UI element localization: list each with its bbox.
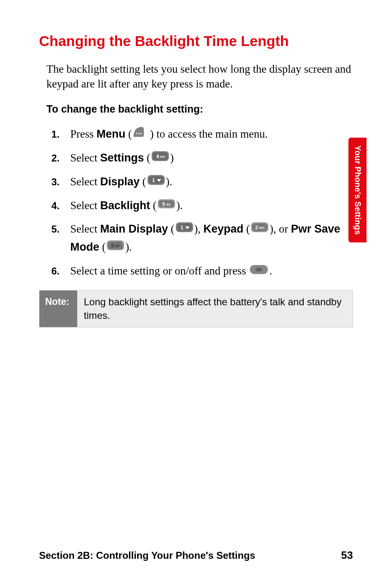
page-footer: Section 2B: Controlling Your Phone's Set…	[39, 549, 353, 562]
backlight-label: Backlight	[100, 199, 150, 212]
settings-label: Settings	[100, 152, 144, 164]
step-6: 6. Select a time setting or on/off and p…	[51, 263, 353, 281]
key-5-icon: 5JKL	[157, 197, 175, 214]
svg-text:3: 3	[111, 243, 114, 249]
key-1-icon: 1	[175, 221, 194, 238]
svg-text:1: 1	[180, 224, 183, 231]
step-body: Select Display (1).	[70, 173, 353, 191]
step-number: 3.	[51, 174, 70, 189]
note-box: Note: Long backlight settings affect the…	[39, 290, 353, 327]
menu-key-icon	[133, 125, 149, 143]
step-number: 2.	[51, 150, 70, 166]
note-text: Long backlight settings affect the batte…	[77, 291, 353, 327]
main-display-label: Main Display	[100, 223, 168, 235]
steps-list: 1. Press Menu () to access the main menu…	[51, 126, 353, 281]
step-3: 3. Select Display (1).	[51, 173, 353, 191]
keypad-label: Keypad	[203, 223, 244, 235]
key-1-icon: 1	[147, 173, 165, 191]
side-tab: Your Phone's Settings	[348, 138, 367, 242]
page: Changing the Backlight Time Length The b…	[0, 0, 392, 588]
step-number: 1.	[51, 127, 70, 142]
svg-point-2	[140, 133, 141, 134]
svg-text:JKL: JKL	[166, 203, 171, 206]
page-heading: Changing the Backlight Time Length	[39, 33, 353, 49]
step-body: Select Backlight (5JKL).	[70, 197, 353, 215]
step-body: Select a time setting or on/off and pres…	[70, 263, 353, 281]
menu-label: Menu	[97, 128, 126, 140]
key-3-icon: 3DEF	[106, 239, 125, 256]
step-number: 4.	[51, 198, 70, 213]
step-5: 5. Select Main Display (1), Keypad (2ABC…	[51, 221, 353, 256]
key-2-icon: 2ABC	[251, 221, 269, 238]
note-label: Note:	[39, 291, 77, 327]
step-2: 2. Select Settings (4GHI)	[51, 150, 353, 168]
page-number: 53	[341, 549, 353, 562]
svg-text:1: 1	[152, 177, 155, 183]
step-body: Select Settings (4GHI)	[70, 150, 353, 168]
svg-text:GHI: GHI	[160, 155, 165, 158]
svg-text:5: 5	[162, 201, 165, 207]
svg-text:4: 4	[156, 153, 159, 159]
step-body: Press Menu () to access the main menu.	[70, 126, 353, 144]
ok-key-icon: OK	[249, 263, 268, 280]
footer-section: Section 2B: Controlling Your Phone's Set…	[39, 550, 255, 561]
intro-paragraph: The backlight setting lets you select ho…	[46, 62, 353, 92]
svg-point-0	[136, 133, 137, 134]
svg-text:OK: OK	[256, 267, 263, 272]
step-number: 6.	[51, 263, 70, 279]
svg-text:2: 2	[255, 225, 258, 231]
svg-rect-8	[149, 176, 164, 184]
display-label: Display	[100, 175, 140, 188]
svg-point-1	[138, 133, 139, 134]
svg-rect-15	[177, 224, 192, 231]
key-4-icon: 4GHI	[151, 150, 169, 167]
svg-text:DEF: DEF	[115, 244, 120, 247]
step-4: 4. Select Backlight (5JKL).	[51, 197, 353, 215]
step-1: 1. Press Menu () to access the main menu…	[51, 126, 353, 144]
step-body: Select Main Display (1), Keypad (2ABC), …	[70, 221, 353, 256]
subheading: To change the backlight setting:	[46, 103, 353, 115]
svg-text:ABC: ABC	[259, 226, 265, 229]
side-tab-label: Your Phone's Settings	[353, 145, 362, 235]
step-number: 5.	[51, 221, 70, 237]
